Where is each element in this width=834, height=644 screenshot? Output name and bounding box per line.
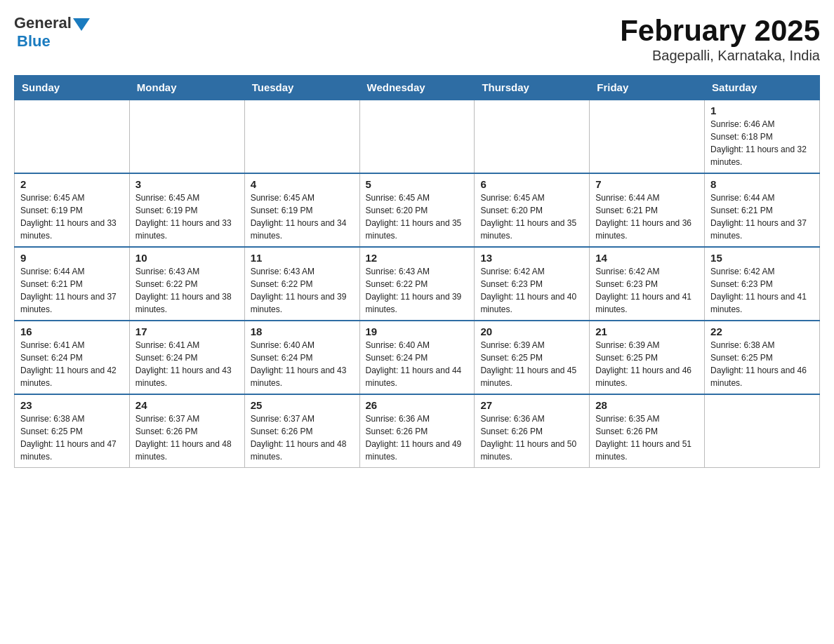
calendar-cell: 1Sunrise: 6:46 AM Sunset: 6:18 PM Daylig… <box>705 100 820 173</box>
day-info: Sunrise: 6:37 AM Sunset: 6:26 PM Dayligh… <box>135 412 239 463</box>
day-info: Sunrise: 6:42 AM Sunset: 6:23 PM Dayligh… <box>710 265 814 316</box>
day-number: 15 <box>710 252 814 264</box>
week-row-3: 9Sunrise: 6:44 AM Sunset: 6:21 PM Daylig… <box>15 247 820 321</box>
day-number: 24 <box>135 399 239 411</box>
day-number: 5 <box>366 178 469 190</box>
calendar-cell: 19Sunrise: 6:40 AM Sunset: 6:24 PM Dayli… <box>359 321 475 394</box>
day-number: 19 <box>366 326 469 337</box>
day-info: Sunrise: 6:46 AM Sunset: 6:18 PM Dayligh… <box>710 118 814 168</box>
week-row-5: 23Sunrise: 6:38 AM Sunset: 6:25 PM Dayli… <box>15 394 820 468</box>
weekday-header-saturday: Saturday <box>705 76 820 100</box>
day-info: Sunrise: 6:38 AM Sunset: 6:25 PM Dayligh… <box>710 339 814 389</box>
day-number: 22 <box>710 326 814 337</box>
day-info: Sunrise: 6:36 AM Sunset: 6:26 PM Dayligh… <box>480 412 583 463</box>
location-title: Bagepalli, Karnataka, India <box>620 48 820 64</box>
calendar-cell: 2Sunrise: 6:45 AM Sunset: 6:19 PM Daylig… <box>15 173 130 247</box>
month-title: February 2025 <box>620 14 820 48</box>
day-number: 21 <box>595 326 699 337</box>
day-number: 14 <box>595 252 699 264</box>
day-info: Sunrise: 6:44 AM Sunset: 6:21 PM Dayligh… <box>710 192 814 242</box>
weekday-header-tuesday: Tuesday <box>244 76 359 100</box>
calendar-cell: 15Sunrise: 6:42 AM Sunset: 6:23 PM Dayli… <box>705 247 820 321</box>
calendar-cell <box>359 100 475 173</box>
week-row-1: 1Sunrise: 6:46 AM Sunset: 6:18 PM Daylig… <box>15 100 820 173</box>
day-info: Sunrise: 6:41 AM Sunset: 6:24 PM Dayligh… <box>135 339 239 389</box>
day-number: 16 <box>20 326 124 337</box>
day-number: 23 <box>20 399 124 411</box>
logo-general-text: General <box>14 14 72 32</box>
day-info: Sunrise: 6:45 AM Sunset: 6:19 PM Dayligh… <box>251 192 354 242</box>
weekday-header-friday: Friday <box>590 76 705 100</box>
calendar-cell: 23Sunrise: 6:38 AM Sunset: 6:25 PM Dayli… <box>15 394 130 468</box>
weekday-header-thursday: Thursday <box>475 76 590 100</box>
day-number: 3 <box>135 178 239 190</box>
day-info: Sunrise: 6:40 AM Sunset: 6:24 PM Dayligh… <box>251 339 354 389</box>
day-number: 8 <box>710 178 814 190</box>
calendar-cell <box>129 100 244 173</box>
day-number: 1 <box>710 105 814 116</box>
day-info: Sunrise: 6:38 AM Sunset: 6:25 PM Dayligh… <box>20 412 124 463</box>
page-header: General Blue February 2025 Bagepalli, Ka… <box>14 14 820 64</box>
week-row-4: 16Sunrise: 6:41 AM Sunset: 6:24 PM Dayli… <box>15 321 820 394</box>
day-info: Sunrise: 6:40 AM Sunset: 6:24 PM Dayligh… <box>366 339 469 389</box>
day-info: Sunrise: 6:44 AM Sunset: 6:21 PM Dayligh… <box>20 265 124 316</box>
calendar-cell: 3Sunrise: 6:45 AM Sunset: 6:19 PM Daylig… <box>129 173 244 247</box>
calendar-cell: 9Sunrise: 6:44 AM Sunset: 6:21 PM Daylig… <box>15 247 130 321</box>
day-info: Sunrise: 6:39 AM Sunset: 6:25 PM Dayligh… <box>595 339 699 389</box>
day-info: Sunrise: 6:44 AM Sunset: 6:21 PM Dayligh… <box>595 192 699 242</box>
logo-blue-text: Blue <box>17 32 51 50</box>
calendar-cell: 20Sunrise: 6:39 AM Sunset: 6:25 PM Dayli… <box>475 321 590 394</box>
day-info: Sunrise: 6:43 AM Sunset: 6:22 PM Dayligh… <box>135 265 239 316</box>
calendar-cell <box>15 100 130 173</box>
calendar-cell: 6Sunrise: 6:45 AM Sunset: 6:20 PM Daylig… <box>475 173 590 247</box>
calendar-cell <box>475 100 590 173</box>
calendar-cell: 5Sunrise: 6:45 AM Sunset: 6:20 PM Daylig… <box>359 173 475 247</box>
calendar-table: SundayMondayTuesdayWednesdayThursdayFrid… <box>14 75 820 468</box>
day-number: 13 <box>480 252 583 264</box>
calendar-cell: 24Sunrise: 6:37 AM Sunset: 6:26 PM Dayli… <box>129 394 244 468</box>
day-number: 6 <box>480 178 583 190</box>
calendar-cell: 11Sunrise: 6:43 AM Sunset: 6:22 PM Dayli… <box>244 247 359 321</box>
day-number: 25 <box>251 399 354 411</box>
day-number: 11 <box>251 252 354 264</box>
calendar-cell: 17Sunrise: 6:41 AM Sunset: 6:24 PM Dayli… <box>129 321 244 394</box>
weekday-header-row: SundayMondayTuesdayWednesdayThursdayFrid… <box>15 76 820 100</box>
day-number: 26 <box>366 399 469 411</box>
day-info: Sunrise: 6:43 AM Sunset: 6:22 PM Dayligh… <box>366 265 469 316</box>
day-info: Sunrise: 6:36 AM Sunset: 6:26 PM Dayligh… <box>366 412 469 463</box>
calendar-cell: 12Sunrise: 6:43 AM Sunset: 6:22 PM Dayli… <box>359 247 475 321</box>
calendar-cell: 10Sunrise: 6:43 AM Sunset: 6:22 PM Dayli… <box>129 247 244 321</box>
day-number: 12 <box>366 252 469 264</box>
calendar-cell: 26Sunrise: 6:36 AM Sunset: 6:26 PM Dayli… <box>359 394 475 468</box>
day-info: Sunrise: 6:42 AM Sunset: 6:23 PM Dayligh… <box>595 265 699 316</box>
day-info: Sunrise: 6:41 AM Sunset: 6:24 PM Dayligh… <box>20 339 124 389</box>
calendar-cell: 8Sunrise: 6:44 AM Sunset: 6:21 PM Daylig… <box>705 173 820 247</box>
logo-triangle-icon <box>73 18 90 31</box>
day-number: 18 <box>251 326 354 337</box>
day-info: Sunrise: 6:45 AM Sunset: 6:19 PM Dayligh… <box>135 192 239 242</box>
weekday-header-sunday: Sunday <box>15 76 130 100</box>
calendar-cell: 4Sunrise: 6:45 AM Sunset: 6:19 PM Daylig… <box>244 173 359 247</box>
calendar-cell <box>705 394 820 468</box>
day-info: Sunrise: 6:45 AM Sunset: 6:20 PM Dayligh… <box>366 192 469 242</box>
calendar-cell: 14Sunrise: 6:42 AM Sunset: 6:23 PM Dayli… <box>590 247 705 321</box>
calendar-cell: 25Sunrise: 6:37 AM Sunset: 6:26 PM Dayli… <box>244 394 359 468</box>
day-info: Sunrise: 6:45 AM Sunset: 6:20 PM Dayligh… <box>480 192 583 242</box>
calendar-cell <box>244 100 359 173</box>
calendar-cell: 18Sunrise: 6:40 AM Sunset: 6:24 PM Dayli… <box>244 321 359 394</box>
calendar-cell: 13Sunrise: 6:42 AM Sunset: 6:23 PM Dayli… <box>475 247 590 321</box>
day-number: 7 <box>595 178 699 190</box>
day-number: 20 <box>480 326 583 337</box>
calendar-cell: 22Sunrise: 6:38 AM Sunset: 6:25 PM Dayli… <box>705 321 820 394</box>
day-info: Sunrise: 6:35 AM Sunset: 6:26 PM Dayligh… <box>595 412 699 463</box>
week-row-2: 2Sunrise: 6:45 AM Sunset: 6:19 PM Daylig… <box>15 173 820 247</box>
day-number: 27 <box>480 399 583 411</box>
day-number: 2 <box>20 178 124 190</box>
day-info: Sunrise: 6:43 AM Sunset: 6:22 PM Dayligh… <box>251 265 354 316</box>
calendar-cell <box>590 100 705 173</box>
day-number: 4 <box>251 178 354 190</box>
day-info: Sunrise: 6:45 AM Sunset: 6:19 PM Dayligh… <box>20 192 124 242</box>
calendar-cell: 27Sunrise: 6:36 AM Sunset: 6:26 PM Dayli… <box>475 394 590 468</box>
day-number: 28 <box>595 399 699 411</box>
day-info: Sunrise: 6:42 AM Sunset: 6:23 PM Dayligh… <box>480 265 583 316</box>
